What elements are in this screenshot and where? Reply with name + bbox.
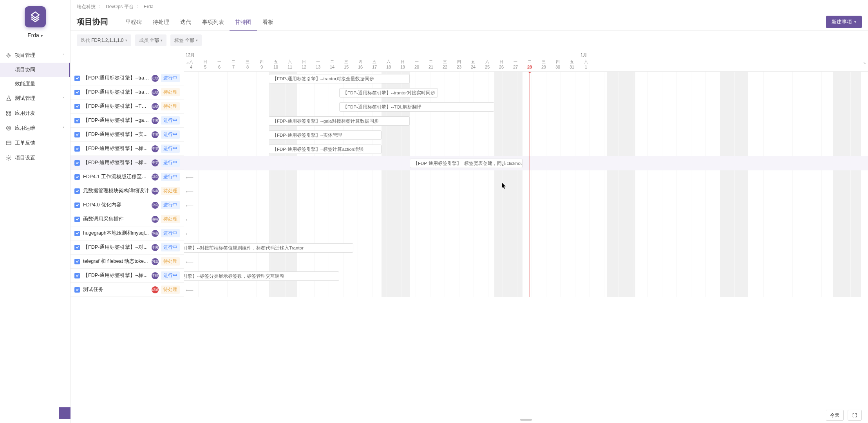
logo-icon (25, 6, 46, 27)
breadcrumb-link[interactable]: 端点科技 (77, 4, 96, 10)
scroll-indicator[interactable] (520, 419, 532, 421)
task-row[interactable]: 【FDP-通用标签引擎】--tran...汪锐进行中 (71, 71, 184, 85)
bar-offscreen-icon[interactable]: ⟵ (186, 259, 193, 265)
task-row[interactable]: hugegraph本地压测和mysql...陈嘉进行中 (71, 226, 184, 240)
filter-标签[interactable]: 标签全部▾ (170, 34, 202, 46)
checkbox-icon[interactable] (74, 202, 80, 208)
nav-item[interactable]: 效能度量 (0, 77, 70, 91)
gantt-row: ⟵ (184, 213, 868, 227)
nav-group-gear[interactable]: 项目设置 (0, 150, 70, 165)
bar-offscreen-icon[interactable]: ⟵ (186, 202, 193, 209)
avatar[interactable]: 阿嘉 (152, 258, 159, 265)
avatar[interactable]: 浩格 (152, 216, 159, 223)
gantt-canvas[interactable]: « » 12月1月 六4日5一6二7三8四9五10六11日12一13二14三15… (184, 50, 868, 423)
task-row[interactable]: 【FDP-通用标签引擎】--gaia...李昊进行中 (71, 114, 184, 128)
breadcrumb-link[interactable]: Erda (144, 4, 154, 9)
task-row[interactable]: 【FDP-通用标签引擎】--对...李昊进行中 (71, 240, 184, 255)
bar-offscreen-icon[interactable]: ⟵ (186, 188, 193, 195)
gantt-bar[interactable]: P-通用标签引擎】--标签分类展示标签数，标签管理交互调整 (184, 271, 339, 281)
checkbox-icon[interactable] (74, 287, 80, 293)
avatar[interactable]: 陈嘉 (152, 230, 159, 237)
fullscreen-button[interactable] (848, 410, 862, 421)
breadcrumb-link[interactable]: DevOps 平台 (106, 4, 134, 10)
tab[interactable]: 看板 (257, 13, 279, 31)
today-button[interactable]: 今天 (826, 410, 844, 421)
bar-offscreen-icon[interactable]: ⟵ (186, 174, 193, 181)
checkbox-icon[interactable] (74, 273, 80, 278)
task-row[interactable]: 【FDP-通用标签引擎】--tran...汪锐待处理 (71, 85, 184, 99)
checkbox-icon[interactable] (74, 90, 80, 95)
tab[interactable]: 迭代 (175, 13, 197, 31)
task-title: 【FDP-通用标签引擎】--标... (83, 159, 149, 166)
avatar[interactable]: 郑良 (152, 202, 159, 209)
nav-group-ticket[interactable]: 工单反馈 (0, 136, 70, 150)
task-row[interactable]: telegraf 和 filebeat 动态toke...阿嘉待处理 (71, 255, 184, 269)
avatar[interactable]: 汪锐 (152, 75, 159, 82)
task-row[interactable]: 【FDP-通用标签引擎】--标...李鹃进行中 (71, 269, 184, 283)
avatar[interactable]: 赵旭 (152, 286, 159, 293)
checkbox-icon[interactable] (74, 132, 80, 137)
avatar[interactable]: 李鹃 (152, 272, 159, 279)
bar-offscreen-icon[interactable]: ⟵ (186, 287, 193, 293)
filter-成员[interactable]: 成员全部▾ (135, 34, 166, 46)
gantt-bar[interactable]: P-通用标签引擎】--对接前端标签值规则组件，标签代码迁移入Trantor (184, 243, 353, 253)
checkbox-icon[interactable] (74, 76, 80, 81)
task-row[interactable]: 测试任务赵旭待处理 (71, 283, 184, 297)
task-row[interactable]: 元数据管理模块架构详细设计陈嘉待处理 (71, 184, 184, 198)
org-selector[interactable]: Erda▾ (27, 32, 43, 38)
checkbox-icon[interactable] (74, 104, 80, 109)
scroll-left-icon[interactable]: « (185, 60, 190, 66)
checkbox-icon[interactable] (74, 118, 80, 123)
task-row[interactable]: FDP4.0 优化内容郑良进行中 (71, 198, 184, 212)
task-row[interactable]: 【FDP-通用标签引擎】--标...李昊进行中 (71, 142, 184, 156)
nav-group-flask[interactable]: 测试管理˅ (0, 91, 70, 106)
gantt-bar[interactable]: 【FDP-通用标签引擎】--trantor对接实时同步 (339, 88, 438, 98)
avatar[interactable]: 李昊 (152, 145, 159, 152)
gantt-bar[interactable]: 【FDP-通用标签引擎】--trantor对接全量数据同步 (269, 74, 410, 83)
avatar[interactable]: 李昊 (152, 131, 159, 138)
day-cell: 五17 (367, 58, 382, 71)
nav-item[interactable]: 项目协同 (0, 63, 70, 77)
gantt-bar[interactable]: 【FDP-通用标签引擎】--标签计算action增强 (269, 145, 382, 154)
task-row[interactable]: FDP4.1 工作流模版迁移至ag...郑良进行中 (71, 170, 184, 184)
gantt-row: ⟵ (184, 170, 868, 184)
task-row[interactable]: 函数调用采集插件浩格待处理 (71, 212, 184, 226)
tab[interactable]: 里程碑 (120, 13, 147, 31)
checkbox-icon[interactable] (74, 146, 80, 152)
checkbox-icon[interactable] (74, 174, 80, 180)
task-row[interactable]: 【FDP-通用标签引擎】--TQL...汪锐待处理 (71, 99, 184, 114)
bar-offscreen-icon[interactable]: ⟵ (186, 231, 193, 237)
filter-迭代[interactable]: 迭代FDP,1.2,1.1,1.0▾ (77, 34, 131, 46)
checkbox-icon[interactable] (74, 245, 80, 250)
sidebar-collapse[interactable] (59, 407, 71, 419)
avatar[interactable]: 李昊 (152, 117, 159, 124)
task-row[interactable]: 【FDP-通用标签引擎】--实...李昊进行中 (71, 128, 184, 142)
avatar[interactable]: 李昊 (152, 159, 159, 166)
avatar[interactable]: 汪锐 (152, 103, 159, 110)
gantt-bar[interactable]: 【FDP-通用标签引擎】--实体管理 (269, 130, 382, 140)
avatar[interactable]: 郑良 (152, 174, 159, 181)
nav-group-ops[interactable]: 应用运维˅ (0, 121, 70, 136)
checkbox-icon[interactable] (74, 217, 80, 222)
checkbox-icon[interactable] (74, 231, 80, 236)
scroll-right-icon[interactable]: » (862, 60, 867, 66)
gantt-bar[interactable]: 【FDP-通用标签引擎】--gaia对接标签计算数据同步 (269, 116, 410, 126)
avatar[interactable]: 李昊 (152, 244, 159, 251)
nav-group-app[interactable]: 应用开发 (0, 106, 70, 121)
tab[interactable]: 甘特图 (230, 13, 257, 31)
nav-group-cube[interactable]: 项目管理˄ (0, 48, 70, 63)
checkbox-icon[interactable] (74, 188, 80, 194)
day-cell: 一6 (212, 58, 226, 71)
tab[interactable]: 待处理 (147, 13, 175, 31)
checkbox-icon[interactable] (74, 259, 80, 264)
gantt-bar[interactable]: 【FDP-通用标签引擎】--标签宽表创建，同步clickhouse (410, 159, 523, 168)
new-item-button[interactable]: 新建事项▾ (826, 16, 862, 28)
svg-rect-1 (7, 111, 8, 113)
tab[interactable]: 事项列表 (197, 13, 230, 31)
avatar[interactable]: 汪锐 (152, 89, 159, 96)
checkbox-icon[interactable] (74, 160, 80, 166)
gantt-bar[interactable]: 【FDP-通用标签引擎】--TQL解析翻译 (339, 102, 494, 112)
bar-offscreen-icon[interactable]: ⟵ (186, 217, 193, 223)
avatar[interactable]: 陈嘉 (152, 188, 159, 195)
task-row[interactable]: 【FDP-通用标签引擎】--标...李昊进行中 (71, 156, 184, 170)
